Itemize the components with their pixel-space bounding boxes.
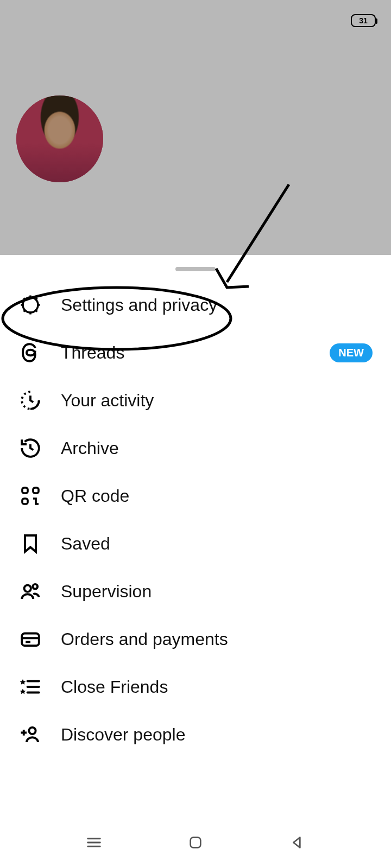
archive-icon — [18, 436, 42, 460]
new-badge: NEW — [330, 343, 373, 362]
svg-point-10 — [29, 727, 35, 734]
menu-item-orders[interactable]: Orders and payments — [0, 615, 391, 663]
menu-item-label: Supervision — [61, 582, 373, 602]
discover-icon — [18, 723, 42, 746]
svg-rect-13 — [191, 838, 201, 848]
battery-indicator: 31 — [351, 14, 376, 27]
menu-item-activity[interactable]: Your activity — [0, 376, 391, 424]
menu-item-label: Settings and privacy — [61, 295, 373, 315]
menu-item-label: QR code — [61, 486, 373, 506]
gear-icon — [18, 293, 42, 317]
menu-item-threads[interactable]: Threads NEW — [0, 329, 391, 376]
menu-item-saved[interactable]: Saved — [0, 520, 391, 567]
menu-item-archive[interactable]: Archive — [0, 424, 391, 472]
system-nav-bar — [0, 817, 391, 868]
supervision-icon — [18, 579, 42, 603]
svg-rect-6 — [22, 499, 28, 504]
back-button[interactable] — [286, 832, 308, 853]
close-friends-icon — [18, 675, 42, 699]
home-button[interactable] — [185, 832, 206, 853]
avatar[interactable] — [16, 95, 103, 182]
menu-item-discover[interactable]: Discover people — [0, 711, 391, 758]
menu-item-settings[interactable]: Settings and privacy — [0, 281, 391, 329]
svg-rect-4 — [22, 488, 28, 493]
threads-icon — [18, 341, 42, 365]
menu-bottom-sheet: Settings and privacy Threads NEW Your ac… — [0, 255, 391, 868]
menu-item-label: Archive — [61, 438, 373, 458]
svg-rect-9 — [22, 634, 39, 646]
qr-icon — [18, 484, 42, 508]
bookmark-icon — [18, 532, 42, 556]
svg-rect-5 — [33, 488, 39, 493]
svg-point-7 — [24, 585, 31, 592]
activity-icon — [18, 388, 42, 412]
menu-list: Settings and privacy Threads NEW Your ac… — [0, 281, 391, 758]
sheet-drag-handle[interactable] — [175, 267, 216, 271]
menu-item-close-friends[interactable]: Close Friends — [0, 663, 391, 711]
menu-item-qr[interactable]: QR code — [0, 472, 391, 520]
menu-item-label: Your activity — [61, 391, 373, 411]
menu-item-label: Saved — [61, 534, 373, 554]
menu-item-label: Close Friends — [61, 677, 373, 697]
recents-button[interactable] — [83, 832, 105, 853]
menu-item-supervision[interactable]: Supervision — [0, 567, 391, 615]
menu-item-label: Threads — [61, 343, 311, 363]
card-icon — [18, 627, 42, 651]
menu-item-label: Discover people — [61, 725, 373, 745]
menu-item-label: Orders and payments — [61, 629, 373, 649]
svg-point-8 — [33, 584, 37, 589]
